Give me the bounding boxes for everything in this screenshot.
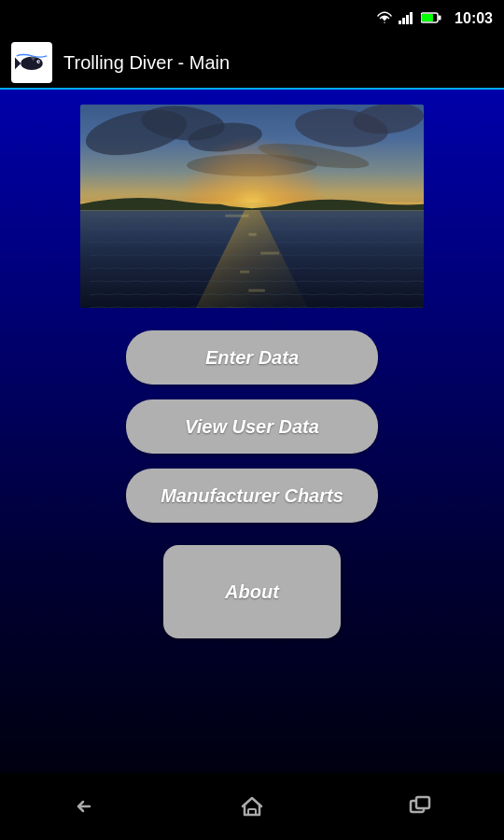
svg-point-11 bbox=[38, 61, 40, 63]
svg-rect-13 bbox=[248, 809, 256, 815]
svg-rect-6 bbox=[422, 14, 433, 21]
about-button[interactable]: About bbox=[163, 545, 341, 638]
svg-rect-3 bbox=[410, 12, 413, 24]
manufacturer-charts-button[interactable]: Manufacturer Charts bbox=[126, 469, 378, 523]
home-nav-button[interactable] bbox=[224, 783, 280, 830]
battery-icon bbox=[421, 11, 441, 27]
app-logo bbox=[11, 42, 52, 83]
svg-rect-2 bbox=[406, 15, 409, 24]
svg-rect-15 bbox=[416, 797, 429, 808]
view-user-data-button[interactable]: View User Data bbox=[126, 399, 378, 454]
recents-nav-button[interactable] bbox=[392, 783, 448, 830]
hero-image bbox=[80, 105, 424, 308]
status-time: 10:03 bbox=[455, 10, 493, 27]
signal-icon bbox=[399, 11, 415, 27]
svg-rect-0 bbox=[399, 21, 401, 24]
title-bar: Trolling Diver - Main bbox=[0, 37, 504, 90]
status-bar: 10:03 bbox=[0, 0, 504, 37]
main-content: Enter Data View User Data Manufacturer C… bbox=[0, 90, 504, 773]
enter-data-button[interactable]: Enter Data bbox=[126, 330, 378, 385]
status-icons: 10:03 bbox=[376, 10, 493, 27]
hero-canvas bbox=[80, 105, 424, 308]
svg-rect-1 bbox=[402, 18, 405, 24]
app-title: Trolling Diver - Main bbox=[63, 52, 230, 74]
svg-rect-5 bbox=[439, 15, 441, 20]
wifi-icon bbox=[376, 11, 393, 27]
back-nav-button[interactable] bbox=[56, 783, 112, 830]
nav-bar bbox=[0, 773, 504, 840]
